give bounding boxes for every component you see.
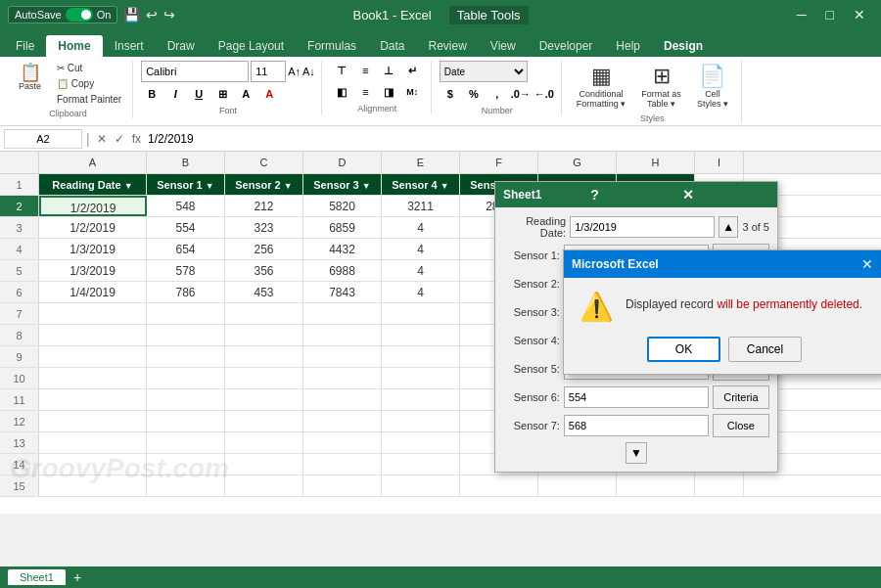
col-header-d[interactable]: D — [303, 152, 382, 173]
col-header-h[interactable]: H — [617, 152, 695, 173]
name-box[interactable] — [4, 129, 82, 149]
font-grow-button[interactable]: A↑ — [288, 66, 301, 77]
tab-draw[interactable]: Draw — [156, 35, 207, 57]
criteria-button[interactable]: Criteria — [713, 385, 769, 409]
cell-d5[interactable]: 6988 — [303, 260, 382, 281]
cell-c2[interactable]: 212 — [225, 196, 303, 216]
undo-icon[interactable]: ↩ — [146, 7, 158, 23]
autosave-toggle[interactable] — [66, 8, 93, 22]
maximize-button[interactable]: □ — [818, 0, 842, 29]
align-top-button[interactable]: ⊤ — [331, 61, 352, 80]
cell-e5[interactable]: 4 — [382, 260, 460, 281]
tab-design[interactable]: Design — [652, 35, 715, 57]
cell-a4[interactable]: 1/3/2019 — [39, 239, 147, 259]
align-right-button[interactable]: ◨ — [378, 82, 399, 102]
tab-file[interactable]: File — [4, 35, 46, 57]
col-header-f[interactable]: F — [460, 152, 538, 173]
font-name-input[interactable] — [141, 61, 249, 82]
autosave-button[interactable]: AutoSave On — [8, 6, 117, 23]
cell-c5[interactable]: 356 — [225, 260, 303, 281]
add-sheet-button[interactable]: + — [73, 569, 81, 585]
align-middle-button[interactable]: ≡ — [354, 61, 376, 80]
alert-close-button[interactable]: ✕ — [858, 249, 877, 279]
font-size-input[interactable] — [251, 61, 286, 82]
number-format-select[interactable]: Date General Number Currency Percentage — [440, 61, 528, 82]
sheet1-help-button[interactable]: ? — [586, 187, 677, 203]
alert-ok-button[interactable]: OK — [647, 337, 720, 362]
bold-button[interactable]: B — [141, 84, 162, 104]
tab-formulas[interactable]: Formulas — [296, 35, 368, 57]
sensor7-input[interactable] — [564, 415, 709, 436]
save-icon[interactable]: 💾 — [123, 7, 140, 23]
cell-e6[interactable]: 4 — [382, 282, 460, 302]
font-color-button[interactable]: A — [258, 84, 280, 104]
cell-b3[interactable]: 554 — [147, 217, 225, 238]
col-header-a[interactable]: A — [39, 152, 147, 173]
tab-help[interactable]: Help — [604, 35, 652, 57]
minimize-button[interactable]: ─ — [789, 0, 814, 29]
align-bottom-button[interactable]: ⊥ — [378, 61, 399, 80]
conditional-formatting-button[interactable]: ▦ ConditionalFormatting ▾ — [570, 61, 633, 112]
underline-button[interactable]: U — [188, 84, 209, 104]
col-header-g[interactable]: G — [538, 152, 617, 173]
increase-decimal-button[interactable]: .0→ — [510, 84, 532, 104]
percent-button[interactable]: % — [463, 84, 485, 104]
cell-b4[interactable]: 654 — [147, 239, 225, 259]
cell-a5[interactable]: 1/3/2019 — [39, 260, 147, 281]
wrap-text-button[interactable]: ↵ — [401, 61, 423, 80]
cell-d2[interactable]: 5820 — [303, 196, 382, 216]
sheet-tab[interactable]: Sheet1 — [8, 569, 66, 585]
paste-button[interactable]: 📋 Paste — [10, 61, 50, 94]
align-center-button[interactable]: ≡ — [354, 82, 376, 102]
font-shrink-button[interactable]: A↓ — [302, 66, 315, 77]
tab-data[interactable]: Data — [368, 35, 416, 57]
confirm-formula-button[interactable]: ✓ — [112, 131, 127, 147]
cell-b5[interactable]: 578 — [147, 260, 225, 281]
italic-button[interactable]: I — [164, 84, 186, 104]
close-button[interactable]: Close — [713, 414, 769, 437]
align-left-button[interactable]: ◧ — [331, 82, 352, 102]
sensor6-input[interactable] — [564, 386, 709, 408]
col-header-e[interactable]: E — [382, 152, 460, 173]
format-as-table-button[interactable]: ⊞ Format asTable ▾ — [634, 61, 688, 112]
cell-b2[interactable]: 548 — [147, 196, 225, 216]
cell-styles-button[interactable]: 📄 CellStyles ▾ — [690, 61, 735, 112]
cell-b6[interactable]: 786 — [147, 282, 225, 302]
cut-button[interactable]: ✂ Cut — [52, 61, 126, 75]
cell-d4[interactable]: 4432 — [303, 239, 382, 259]
col-header-i[interactable]: I — [695, 152, 744, 173]
cell-d1[interactable]: Sensor 3 ▼ — [303, 174, 382, 195]
tab-page-layout[interactable]: Page Layout — [207, 35, 296, 57]
cell-a2[interactable]: 1/2/2019 — [39, 196, 147, 216]
cell-e2[interactable]: 3211 — [382, 196, 460, 216]
fill-color-button[interactable]: A — [235, 84, 256, 104]
alert-cancel-button[interactable]: Cancel — [728, 337, 802, 362]
copy-button[interactable]: 📋 Copy — [52, 76, 126, 91]
decrease-decimal-button[interactable]: ←.0 — [533, 84, 555, 104]
tab-review[interactable]: Review — [416, 35, 478, 57]
nav-down-button[interactable]: ▼ — [626, 442, 647, 464]
cell-c3[interactable]: 323 — [225, 217, 303, 238]
col-header-b[interactable]: B — [147, 152, 225, 173]
format-painter-button[interactable]: Format Painter — [52, 92, 126, 107]
cell-e4[interactable]: 4 — [382, 239, 460, 259]
sheet1-close-button[interactable]: ✕ — [678, 187, 769, 203]
currency-button[interactable]: $ — [440, 84, 461, 104]
cell-d6[interactable]: 7843 — [303, 282, 382, 302]
cell-d3[interactable]: 6859 — [303, 217, 382, 238]
nav-up-button[interactable]: ▲ — [719, 216, 738, 238]
merge-center-button[interactable]: M↕ — [401, 82, 423, 102]
comma-button[interactable]: , — [487, 84, 508, 104]
tab-view[interactable]: View — [479, 35, 528, 57]
close-button[interactable]: ✕ — [846, 0, 873, 29]
border-button[interactable]: ⊞ — [211, 84, 233, 104]
col-header-c[interactable]: C — [225, 152, 303, 173]
tab-developer[interactable]: Developer — [528, 35, 605, 57]
formula-input[interactable] — [148, 129, 877, 149]
redo-icon[interactable]: ↪ — [163, 7, 175, 23]
cell-c6[interactable]: 453 — [225, 282, 303, 302]
cell-e1[interactable]: Sensor 4 ▼ — [382, 174, 460, 195]
cell-a6[interactable]: 1/4/2019 — [39, 282, 147, 302]
cancel-formula-button[interactable]: ✕ — [94, 131, 110, 147]
cell-c1[interactable]: Sensor 2 ▼ — [225, 174, 303, 195]
